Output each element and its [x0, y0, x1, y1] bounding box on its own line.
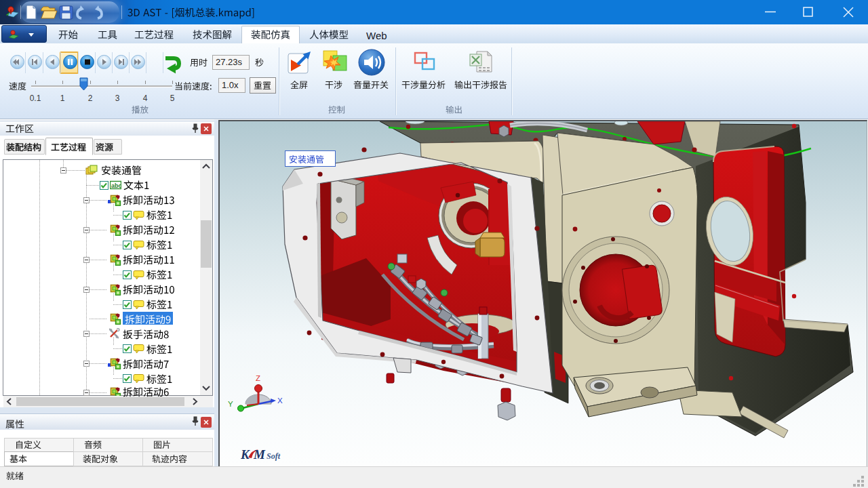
- svg-text:X: X: [277, 396, 283, 405]
- svg-text:Z: Z: [256, 374, 260, 382]
- svg-text:Y: Y: [228, 400, 233, 408]
- svg-text:Soft: Soft: [267, 451, 281, 461]
- svg-text:abc: abc: [111, 182, 121, 189]
- svg-text:M: M: [253, 447, 266, 462]
- svg-text:K: K: [241, 447, 250, 462]
